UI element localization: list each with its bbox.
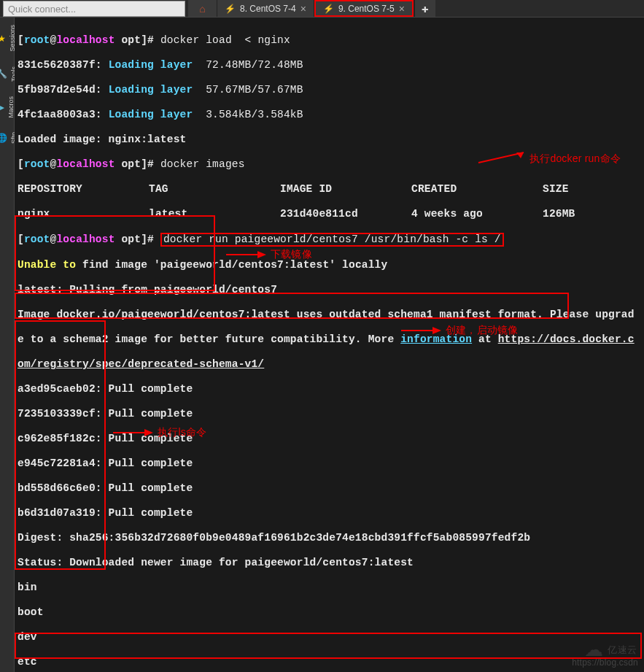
sidebar: ★Sessions 🔧Tools ▸Macros 🌐Sftp	[0, 18, 15, 672]
pull-line: e945c72281a4: Pull complete	[18, 457, 641, 470]
terminal-line: Unable to find image 'paigeeworld/centos…	[18, 259, 641, 271]
pull-line: b6d31d07a319: Pull complete	[18, 507, 641, 520]
ls-line: dev	[18, 631, 641, 644]
pull-line: bd558d66c6e0: Pull complete	[18, 482, 641, 495]
cmd-docker-images: docker images	[160, 158, 245, 170]
quick-connect-placeholder: Quick connect...	[8, 4, 76, 15]
home-icon: ⌂	[199, 3, 205, 15]
terminal-line: latest: Pulling from paigeeworld/centos7	[18, 284, 641, 296]
quick-connect-input[interactable]: Quick connect...	[3, 1, 185, 17]
close-icon[interactable]: ×	[300, 3, 306, 15]
tab-centos-7-4[interactable]: ⚡ 8. CentOS 7-4 ×	[217, 0, 314, 17]
terminal-output[interactable]: [root@localhost opt]# docker load < ngin…	[15, 18, 644, 672]
footer-text: https://blog.csdn	[572, 657, 638, 669]
terminal-line: 5fb987d2e54d: Loading layer 57.67MB/57.6…	[18, 84, 641, 96]
ls-line: etc	[18, 656, 641, 668]
terminal-line: 831c5620387f: Loading layer 72.48MB/72.4…	[18, 59, 641, 72]
tab-centos-7-5[interactable]: ⚡ 9. CentOS 7-5 ×	[314, 0, 414, 17]
terminal-line: [root@localhost opt]# docker images	[18, 158, 641, 171]
images-row: nginxlatest231d40e811cd4 weeks ago126MB	[18, 208, 641, 220]
ls-line: boot	[18, 606, 641, 619]
terminal-line: [root@localhost opt]# docker load < ngin…	[18, 34, 641, 47]
pull-line: c962e85f182c: Pull complete	[18, 433, 641, 445]
star-icon: ★	[0, 33, 6, 43]
sidebar-item-sessions[interactable]: ★Sessions	[0, 25, 16, 52]
highlight-box-pulls	[15, 215, 215, 291]
terminal-line: om/registry/spec/deprecated-schema-v1/	[18, 358, 641, 371]
svg-marker-5	[432, 327, 441, 334]
terminal-line: Loaded image: nginx:latest	[18, 134, 641, 146]
cmd-docker-run: docker run paigeeworld/centos7 /usr/bin/…	[160, 233, 504, 247]
digest-line: Digest: sha256:356b32d72680f0b9e0489af16…	[18, 532, 641, 544]
pull-line: a3ed95caeb02: Pull complete	[18, 383, 641, 395]
plus-icon: ✚	[422, 1, 429, 16]
tab-label: 9. CentOS 7-5	[338, 4, 395, 14]
bolt-icon: ⚡	[323, 4, 334, 14]
tab-label: 8. CentOS 7-4	[240, 4, 296, 14]
svg-marker-3	[257, 251, 266, 258]
svg-marker-1	[516, 152, 524, 158]
close-icon[interactable]: ×	[399, 3, 405, 15]
tab-home[interactable]: ⌂	[188, 0, 217, 17]
play-icon: ▸	[0, 101, 4, 112]
sidebar-item-macros[interactable]: ▸Macros	[0, 96, 15, 118]
terminal-line: Image docker.io/paigeeworld/centos7:late…	[18, 309, 641, 321]
terminal-line: 4fc1aa8003a3: Loading layer 3.584kB/3.58…	[18, 109, 641, 121]
watermark: ☁亿速云	[584, 644, 637, 656]
cloud-icon: ☁	[584, 644, 603, 656]
bolt-icon: ⚡	[225, 4, 236, 14]
terminal-line: e to a schema2 image for better future c…	[18, 333, 641, 346]
globe-icon: 🌐	[0, 133, 7, 143]
status-line: Status: Downloaded newer image for paige…	[18, 557, 641, 569]
new-tab-button[interactable]: ✚	[414, 0, 435, 17]
images-header: REPOSITORYTAGIMAGE IDCREATEDSIZE	[18, 183, 641, 196]
cmd-docker-load: docker load < nginx	[160, 34, 290, 46]
terminal-line: [root@localhost opt]# docker run paigeew…	[18, 233, 641, 247]
pull-line: 7235103339cf: Pull complete	[18, 408, 641, 420]
ls-line: bin	[18, 582, 641, 594]
top-bar: Quick connect... ⌂ ⚡ 8. CentOS 7-4 × ⚡ 9…	[0, 0, 644, 18]
wrench-icon: 🔧	[0, 69, 7, 79]
